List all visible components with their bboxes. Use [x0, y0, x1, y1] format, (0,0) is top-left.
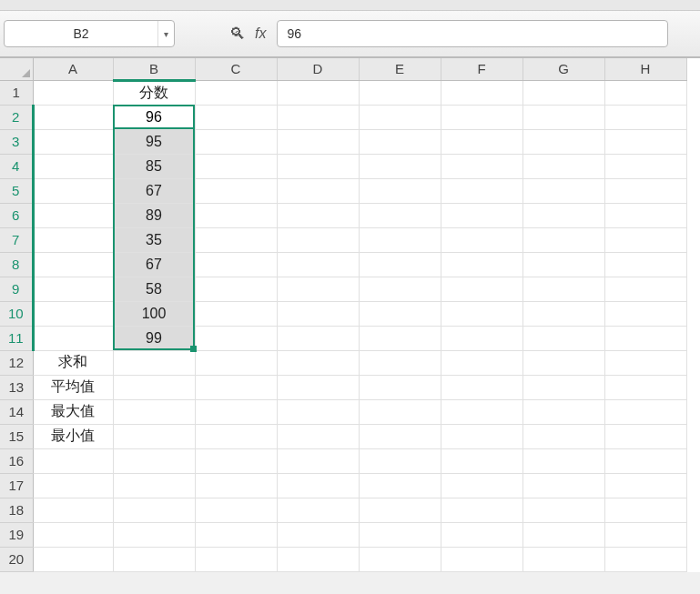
- cell-C18[interactable]: [195, 498, 277, 522]
- cell-C2[interactable]: [195, 105, 277, 129]
- cell-E1[interactable]: [359, 80, 441, 105]
- cell-F20[interactable]: [441, 547, 522, 571]
- cell-B19[interactable]: [113, 522, 195, 547]
- cell-B5[interactable]: 67: [113, 178, 195, 203]
- cell-G8[interactable]: [522, 252, 604, 277]
- cell-C19[interactable]: [195, 522, 277, 547]
- cell-C14[interactable]: [195, 399, 277, 424]
- name-box-dropdown-icon[interactable]: ▾: [157, 21, 174, 46]
- column-header-C[interactable]: C: [195, 58, 277, 80]
- fx-icon[interactable]: fx: [255, 25, 266, 42]
- cell-F6[interactable]: [441, 203, 522, 227]
- cell-C20[interactable]: [195, 547, 277, 571]
- cell-H1[interactable]: [604, 80, 686, 105]
- cell-A20[interactable]: [33, 547, 113, 571]
- cell-D10[interactable]: [277, 301, 359, 326]
- cell-G11[interactable]: [522, 326, 604, 350]
- cell-B1[interactable]: 分数: [113, 80, 195, 105]
- column-header-G[interactable]: G: [522, 58, 604, 80]
- cell-B11[interactable]: 99: [113, 326, 195, 350]
- cell-C1[interactable]: [195, 80, 277, 105]
- cell-A19[interactable]: [33, 522, 113, 547]
- cell-A11[interactable]: [33, 326, 113, 350]
- cell-F15[interactable]: [441, 424, 522, 448]
- cell-F12[interactable]: [441, 350, 522, 375]
- cell-A4[interactable]: [33, 154, 113, 178]
- cell-A3[interactable]: [33, 129, 113, 154]
- cell-A16[interactable]: [33, 448, 113, 473]
- cell-H7[interactable]: [604, 227, 686, 252]
- cell-F10[interactable]: [441, 301, 522, 326]
- cell-H15[interactable]: [604, 424, 686, 448]
- row-header-17[interactable]: 17: [0, 473, 33, 498]
- cell-G3[interactable]: [522, 129, 604, 154]
- name-box[interactable]: B2 ▾: [4, 20, 175, 47]
- row-header-10[interactable]: 10: [0, 301, 33, 326]
- cell-F19[interactable]: [441, 522, 522, 547]
- cell-E2[interactable]: [359, 105, 441, 129]
- row-header-3[interactable]: 3: [0, 129, 33, 154]
- cell-B4[interactable]: 85: [113, 154, 195, 178]
- cell-E8[interactable]: [359, 252, 441, 277]
- cell-C16[interactable]: [195, 448, 277, 473]
- cell-B12[interactable]: [113, 350, 195, 375]
- cell-D19[interactable]: [277, 522, 359, 547]
- cell-D17[interactable]: [277, 473, 359, 498]
- cell-E10[interactable]: [359, 301, 441, 326]
- cell-B3[interactable]: 95: [113, 129, 195, 154]
- cell-F8[interactable]: [441, 252, 522, 277]
- cell-H14[interactable]: [604, 399, 686, 424]
- cell-D7[interactable]: [277, 227, 359, 252]
- cell-C12[interactable]: [195, 350, 277, 375]
- grid-table[interactable]: ABCDEFGH1分数29639548556768973586795810100…: [0, 58, 687, 572]
- cell-G14[interactable]: [522, 399, 604, 424]
- cell-C13[interactable]: [195, 375, 277, 399]
- cell-G7[interactable]: [522, 227, 604, 252]
- column-header-F[interactable]: F: [441, 58, 522, 80]
- row-header-8[interactable]: 8: [0, 252, 33, 277]
- cell-B17[interactable]: [113, 473, 195, 498]
- cell-E18[interactable]: [359, 498, 441, 522]
- cell-H6[interactable]: [604, 203, 686, 227]
- row-header-19[interactable]: 19: [0, 522, 33, 547]
- row-header-14[interactable]: 14: [0, 399, 33, 424]
- row-header-4[interactable]: 4: [0, 154, 33, 178]
- cell-B7[interactable]: 35: [113, 227, 195, 252]
- cell-H18[interactable]: [604, 498, 686, 522]
- cell-F4[interactable]: [441, 154, 522, 178]
- row-header-9[interactable]: 9: [0, 277, 33, 301]
- column-header-E[interactable]: E: [359, 58, 441, 80]
- cell-D16[interactable]: [277, 448, 359, 473]
- row-header-16[interactable]: 16: [0, 448, 33, 473]
- cell-G6[interactable]: [522, 203, 604, 227]
- cell-D1[interactable]: [277, 80, 359, 105]
- cell-G17[interactable]: [522, 473, 604, 498]
- cell-D20[interactable]: [277, 547, 359, 571]
- worksheet[interactable]: ABCDEFGH1分数29639548556768973586795810100…: [0, 58, 700, 572]
- cell-E20[interactable]: [359, 547, 441, 571]
- cell-E4[interactable]: [359, 154, 441, 178]
- row-header-6[interactable]: 6: [0, 203, 33, 227]
- row-header-2[interactable]: 2: [0, 105, 33, 129]
- cell-H3[interactable]: [604, 129, 686, 154]
- cell-G4[interactable]: [522, 154, 604, 178]
- cell-A18[interactable]: [33, 498, 113, 522]
- cell-D13[interactable]: [277, 375, 359, 399]
- cell-A7[interactable]: [33, 227, 113, 252]
- cell-A5[interactable]: [33, 178, 113, 203]
- cell-B2[interactable]: 96: [113, 105, 195, 129]
- cell-A9[interactable]: [33, 277, 113, 301]
- cell-B14[interactable]: [113, 399, 195, 424]
- cell-H9[interactable]: [604, 277, 686, 301]
- cell-F18[interactable]: [441, 498, 522, 522]
- row-header-15[interactable]: 15: [0, 424, 33, 448]
- row-header-1[interactable]: 1: [0, 80, 33, 105]
- cell-G1[interactable]: [522, 80, 604, 105]
- cell-H8[interactable]: [604, 252, 686, 277]
- cell-H4[interactable]: [604, 154, 686, 178]
- cell-A10[interactable]: [33, 301, 113, 326]
- cell-B6[interactable]: 89: [113, 203, 195, 227]
- cell-B9[interactable]: 58: [113, 277, 195, 301]
- cell-E9[interactable]: [359, 277, 441, 301]
- cell-C5[interactable]: [195, 178, 277, 203]
